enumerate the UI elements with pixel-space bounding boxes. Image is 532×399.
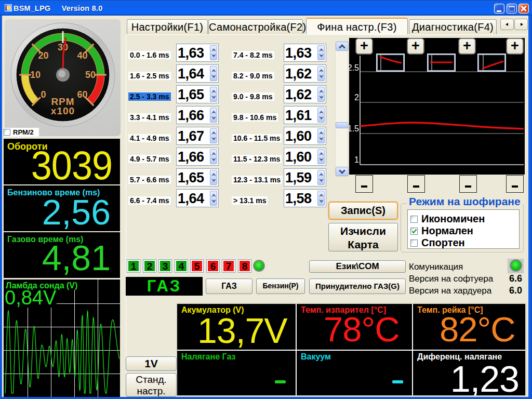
svg-text:30: 30 (58, 42, 68, 52)
svg-text:40: 40 (77, 50, 87, 61)
svg-text:0: 0 (41, 89, 46, 100)
svg-text:2: 2 (354, 93, 359, 102)
svg-text:1: 1 (354, 155, 359, 164)
svg-text:x100: x100 (51, 105, 75, 116)
svg-text:0,84V: 0,84V (5, 287, 57, 309)
svg-text:10: 10 (30, 70, 41, 80)
svg-text:20: 20 (38, 50, 48, 61)
svg-text:2.5: 2.5 (349, 63, 359, 72)
svg-text:60: 60 (77, 89, 87, 100)
svg-text:1.5: 1.5 (349, 124, 359, 133)
svg-text:50: 50 (85, 70, 96, 80)
